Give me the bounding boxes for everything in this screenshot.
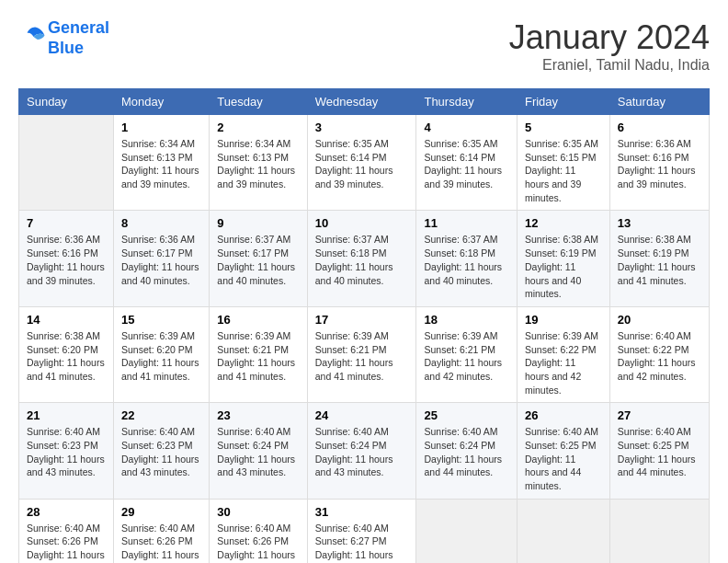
day-number: 13	[618, 216, 701, 230]
logo-bird-icon	[22, 24, 48, 50]
cell-details: Sunrise: 6:34 AMSunset: 6:13 PMDaylight:…	[217, 137, 299, 191]
cell-details: Sunrise: 6:40 AMSunset: 6:24 PMDaylight:…	[217, 425, 299, 479]
day-number: 28	[27, 505, 106, 519]
day-number: 22	[121, 408, 201, 422]
day-number: 10	[315, 216, 409, 230]
calendar-cell: 15Sunrise: 6:39 AMSunset: 6:20 PMDayligh…	[113, 306, 209, 402]
day-number: 21	[27, 408, 106, 422]
calendar-table: SundayMondayTuesdayWednesdayThursdayFrid…	[18, 88, 710, 563]
calendar-cell: 30Sunrise: 6:40 AMSunset: 6:26 PMDayligh…	[210, 499, 307, 563]
cell-details: Sunrise: 6:37 AMSunset: 6:17 PMDaylight:…	[217, 233, 299, 287]
calendar-cell: 21Sunrise: 6:40 AMSunset: 6:23 PMDayligh…	[19, 403, 114, 499]
calendar-cell: 16Sunrise: 6:39 AMSunset: 6:21 PMDayligh…	[210, 306, 307, 402]
title-section: January 2024 Eraniel, Tamil Nadu, India	[509, 18, 710, 74]
calendar-cell: 2Sunrise: 6:34 AMSunset: 6:13 PMDaylight…	[210, 115, 307, 211]
calendar-cell: 10Sunrise: 6:37 AMSunset: 6:18 PMDayligh…	[307, 211, 416, 306]
calendar-cell: 20Sunrise: 6:40 AMSunset: 6:22 PMDayligh…	[609, 306, 709, 402]
day-number: 23	[217, 408, 299, 422]
calendar-cell: 19Sunrise: 6:39 AMSunset: 6:22 PMDayligh…	[517, 306, 609, 402]
calendar-cell: 31Sunrise: 6:40 AMSunset: 6:27 PMDayligh…	[307, 499, 416, 563]
location-title: Eraniel, Tamil Nadu, India	[509, 57, 710, 74]
calendar-cell	[609, 499, 709, 563]
day-number: 17	[315, 313, 409, 327]
cell-details: Sunrise: 6:40 AMSunset: 6:23 PMDaylight:…	[27, 425, 106, 479]
day-number: 19	[525, 313, 602, 327]
day-number: 8	[121, 216, 201, 230]
calendar-week-row: 28Sunrise: 6:40 AMSunset: 6:26 PMDayligh…	[19, 499, 710, 563]
cell-details: Sunrise: 6:35 AMSunset: 6:14 PMDaylight:…	[424, 137, 509, 191]
calendar-cell: 22Sunrise: 6:40 AMSunset: 6:23 PMDayligh…	[113, 403, 209, 499]
day-number: 2	[217, 121, 299, 134]
calendar-cell: 17Sunrise: 6:39 AMSunset: 6:21 PMDayligh…	[307, 306, 416, 402]
cell-details: Sunrise: 6:39 AMSunset: 6:20 PMDaylight:…	[121, 329, 201, 384]
cell-details: Sunrise: 6:37 AMSunset: 6:18 PMDaylight:…	[424, 233, 509, 287]
calendar-week-row: 1Sunrise: 6:34 AMSunset: 6:13 PMDaylight…	[19, 115, 710, 211]
cell-details: Sunrise: 6:40 AMSunset: 6:25 PMDaylight:…	[525, 425, 602, 492]
calendar-cell: 3Sunrise: 6:35 AMSunset: 6:14 PMDaylight…	[307, 115, 416, 211]
calendar-cell: 24Sunrise: 6:40 AMSunset: 6:24 PMDayligh…	[307, 403, 416, 499]
weekday-header-monday: Monday	[113, 89, 209, 115]
day-number: 24	[315, 408, 409, 422]
calendar-cell: 8Sunrise: 6:36 AMSunset: 6:17 PMDaylight…	[113, 211, 209, 306]
calendar-cell: 28Sunrise: 6:40 AMSunset: 6:26 PMDayligh…	[19, 499, 114, 563]
day-number: 4	[424, 121, 509, 134]
calendar-cell: 13Sunrise: 6:38 AMSunset: 6:19 PMDayligh…	[609, 211, 709, 306]
calendar-cell: 23Sunrise: 6:40 AMSunset: 6:24 PMDayligh…	[210, 403, 307, 499]
calendar-week-row: 14Sunrise: 6:38 AMSunset: 6:20 PMDayligh…	[19, 306, 710, 402]
day-number: 31	[315, 505, 409, 519]
logo: General Blue	[18, 18, 109, 58]
calendar-cell: 26Sunrise: 6:40 AMSunset: 6:25 PMDayligh…	[517, 403, 609, 499]
calendar-cell: 29Sunrise: 6:40 AMSunset: 6:26 PMDayligh…	[113, 499, 209, 563]
day-number: 29	[121, 505, 201, 519]
cell-details: Sunrise: 6:35 AMSunset: 6:14 PMDaylight:…	[315, 137, 409, 191]
weekday-header-tuesday: Tuesday	[210, 89, 307, 115]
logo-text: General Blue	[48, 18, 109, 58]
weekday-header-sunday: Sunday	[19, 89, 114, 115]
page-header: General Blue January 2024 Eraniel, Tamil…	[18, 18, 710, 74]
calendar-cell: 11Sunrise: 6:37 AMSunset: 6:18 PMDayligh…	[416, 211, 518, 306]
calendar-cell: 12Sunrise: 6:38 AMSunset: 6:19 PMDayligh…	[517, 211, 609, 306]
cell-details: Sunrise: 6:37 AMSunset: 6:18 PMDaylight:…	[315, 233, 409, 287]
calendar-cell	[19, 115, 114, 211]
cell-details: Sunrise: 6:39 AMSunset: 6:21 PMDaylight:…	[217, 329, 299, 384]
calendar-cell: 5Sunrise: 6:35 AMSunset: 6:15 PMDaylight…	[517, 115, 609, 211]
day-number: 9	[217, 216, 299, 230]
weekday-header-friday: Friday	[517, 89, 609, 115]
cell-details: Sunrise: 6:36 AMSunset: 6:16 PMDaylight:…	[618, 137, 701, 191]
day-number: 1	[121, 121, 201, 134]
cell-details: Sunrise: 6:40 AMSunset: 6:26 PMDaylight:…	[217, 522, 299, 563]
day-number: 6	[618, 121, 701, 134]
calendar-cell: 4Sunrise: 6:35 AMSunset: 6:14 PMDaylight…	[416, 115, 518, 211]
day-number: 26	[525, 408, 602, 422]
weekday-header-wednesday: Wednesday	[307, 89, 416, 115]
day-number: 7	[27, 216, 106, 230]
calendar-cell: 27Sunrise: 6:40 AMSunset: 6:25 PMDayligh…	[609, 403, 709, 499]
day-number: 11	[424, 216, 509, 230]
weekday-header-saturday: Saturday	[609, 89, 709, 115]
cell-details: Sunrise: 6:40 AMSunset: 6:22 PMDaylight:…	[618, 329, 701, 384]
calendar-cell: 1Sunrise: 6:34 AMSunset: 6:13 PMDaylight…	[113, 115, 209, 211]
cell-details: Sunrise: 6:36 AMSunset: 6:17 PMDaylight:…	[121, 233, 201, 287]
cell-details: Sunrise: 6:40 AMSunset: 6:23 PMDaylight:…	[121, 425, 201, 479]
calendar-cell: 18Sunrise: 6:39 AMSunset: 6:21 PMDayligh…	[416, 306, 518, 402]
calendar-cell: 25Sunrise: 6:40 AMSunset: 6:24 PMDayligh…	[416, 403, 518, 499]
month-title: January 2024	[509, 18, 710, 57]
day-number: 16	[217, 313, 299, 327]
calendar-week-row: 21Sunrise: 6:40 AMSunset: 6:23 PMDayligh…	[19, 403, 710, 499]
calendar-cell: 9Sunrise: 6:37 AMSunset: 6:17 PMDaylight…	[210, 211, 307, 306]
cell-details: Sunrise: 6:40 AMSunset: 6:26 PMDaylight:…	[27, 522, 106, 563]
day-number: 15	[121, 313, 201, 327]
cell-details: Sunrise: 6:38 AMSunset: 6:20 PMDaylight:…	[27, 329, 106, 384]
calendar-cell: 6Sunrise: 6:36 AMSunset: 6:16 PMDaylight…	[609, 115, 709, 211]
day-number: 30	[217, 505, 299, 519]
cell-details: Sunrise: 6:40 AMSunset: 6:26 PMDaylight:…	[121, 522, 201, 563]
cell-details: Sunrise: 6:40 AMSunset: 6:24 PMDaylight:…	[315, 425, 409, 479]
day-number: 3	[315, 121, 409, 134]
cell-details: Sunrise: 6:39 AMSunset: 6:21 PMDaylight:…	[424, 329, 509, 384]
cell-details: Sunrise: 6:40 AMSunset: 6:27 PMDaylight:…	[315, 522, 409, 563]
calendar-cell	[416, 499, 518, 563]
calendar-week-row: 7Sunrise: 6:36 AMSunset: 6:16 PMDaylight…	[19, 211, 710, 306]
weekday-header-thursday: Thursday	[416, 89, 518, 115]
day-number: 14	[27, 313, 106, 327]
calendar-cell: 7Sunrise: 6:36 AMSunset: 6:16 PMDaylight…	[19, 211, 114, 306]
